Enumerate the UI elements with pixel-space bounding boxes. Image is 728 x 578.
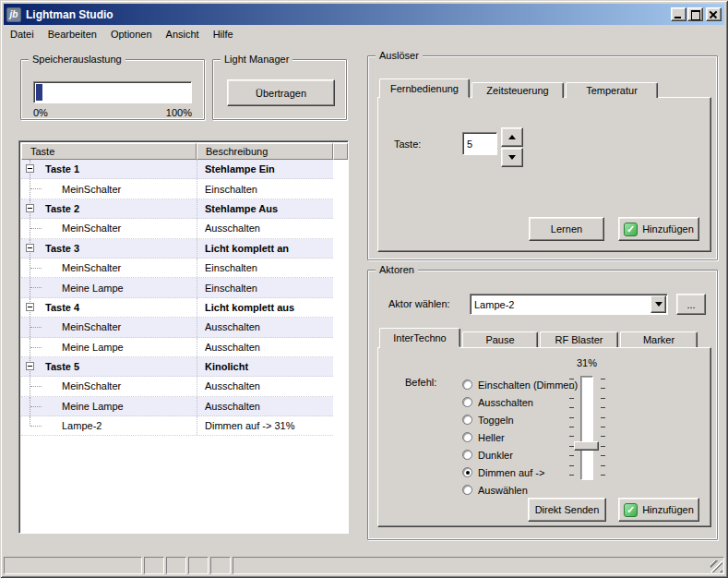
- collapse-icon[interactable]: [26, 204, 34, 212]
- tree-row[interactable]: Taste 1Stehlampe Ein: [21, 160, 333, 179]
- command-option-einschalten-dimmen[interactable]: Einschalten (Dimmen): [462, 376, 578, 393]
- menu-bearbeiten[interactable]: Bearbeiten: [42, 26, 104, 42]
- column-header-beschreibung[interactable]: Beschreibung: [197, 143, 333, 160]
- actor-browse-button[interactable]: ...: [676, 294, 706, 315]
- tree-node-label: Taste 1: [45, 163, 79, 175]
- titlebar: jb Lightman Studio: [4, 4, 724, 25]
- trigger-add-label: Hinzufügen: [642, 223, 694, 235]
- tree-row[interactable]: Taste 3Licht komplett an: [21, 239, 333, 259]
- tab-marker[interactable]: Marker: [620, 331, 698, 347]
- slider-tick: [569, 475, 574, 476]
- memory-max-label: 100%: [166, 107, 192, 118]
- radio-icon[interactable]: [462, 450, 472, 460]
- tree-node-label: Meine Lampe: [62, 283, 124, 294]
- tree-cell-name: MeinSchalter: [21, 179, 197, 198]
- status-panel: [166, 557, 186, 574]
- radio-icon[interactable]: [462, 432, 472, 442]
- status-panel: [188, 557, 209, 574]
- slider-tick: [569, 407, 574, 408]
- learn-button[interactable]: Lernen: [529, 217, 604, 241]
- menu-optionen[interactable]: Optionen: [104, 26, 160, 42]
- key-input[interactable]: [462, 132, 497, 155]
- tree-row[interactable]: MeinSchalterAusschalten: [21, 377, 333, 396]
- tab-rf-blaster[interactable]: RF Blaster: [540, 331, 618, 347]
- menu-ansicht[interactable]: Ansicht: [160, 26, 207, 42]
- key-spin-up-icon[interactable]: [501, 127, 523, 147]
- collapse-icon[interactable]: [26, 362, 34, 370]
- command-option-ausw-hlen[interactable]: Auswählen: [462, 481, 578, 499]
- command-option-dunkler[interactable]: Dunkler: [462, 446, 578, 464]
- transfer-button[interactable]: Übertragen: [227, 79, 335, 106]
- slider-tick: [601, 427, 605, 427]
- command-option-label: Dimmen auf ->: [478, 467, 544, 478]
- tree-node-label: Taste 3: [45, 243, 79, 254]
- slider-thumb[interactable]: [574, 441, 599, 451]
- maximize-icon[interactable]: [687, 7, 703, 21]
- check-icon: ✓: [624, 503, 638, 517]
- command-option-label: Toggeln: [478, 415, 514, 426]
- column-header-taste[interactable]: Taste: [21, 143, 197, 160]
- slider-tick: [569, 427, 574, 427]
- collapse-icon[interactable]: [26, 303, 34, 311]
- radio-icon[interactable]: [462, 485, 472, 495]
- menubar: DateiBearbeitenOptionenAnsichtHilfe: [4, 25, 724, 43]
- command-option-ausschalten[interactable]: Ausschalten: [462, 393, 578, 411]
- tab-pause[interactable]: Pause: [462, 331, 538, 347]
- slider-tick: [569, 436, 574, 437]
- tree-row[interactable]: Meine LampeEinschalten: [21, 278, 333, 297]
- command-option-label: Einschalten (Dimmen): [478, 379, 578, 391]
- tab-intertechno[interactable]: InterTechno: [379, 328, 460, 347]
- slider-tick: [601, 407, 605, 408]
- tab-temperatur[interactable]: Temperatur: [566, 82, 658, 98]
- memory-progress-fill: [36, 84, 42, 101]
- app-window: jb Lightman Studio DateiBearbeitenOption…: [0, 0, 728, 578]
- tree-cell-description: Ausschalten: [197, 338, 333, 356]
- tree-row[interactable]: Taste 2Stehlampe Aus: [21, 199, 333, 219]
- app-icon: jb: [6, 7, 21, 22]
- status-panel: [210, 557, 231, 574]
- tree-cell-name: MeinSchalter: [21, 318, 197, 336]
- tree-row[interactable]: MeinSchalterAusschalten: [21, 219, 333, 238]
- actors-add-button[interactable]: ✓ Hinzufügen: [618, 498, 699, 522]
- tree-row[interactable]: Taste 4Licht komplett aus: [21, 298, 333, 318]
- close-icon[interactable]: [706, 7, 722, 21]
- tree-row[interactable]: MeinSchalterAusschalten: [21, 318, 333, 337]
- radio-icon[interactable]: [462, 467, 472, 477]
- tab-zeitsteuerung[interactable]: Zeitsteuerung: [471, 82, 564, 98]
- tree-node-label: MeinSchalter: [62, 223, 121, 234]
- tree-row[interactable]: MeinSchalterEinschalten: [21, 179, 333, 199]
- tree-cell-description: Einschalten: [197, 259, 333, 277]
- memory-group-title: Speicherauslastung: [29, 54, 125, 66]
- direct-send-button[interactable]: Direkt Senden: [528, 498, 606, 522]
- key-spin-down-icon[interactable]: [501, 148, 523, 167]
- dim-slider[interactable]: [580, 376, 593, 480]
- tree-row[interactable]: Taste 5Kinolicht: [21, 357, 333, 377]
- minimize-icon[interactable]: [671, 7, 686, 21]
- tree-cell-name: Meine Lampe: [21, 397, 197, 415]
- radio-icon[interactable]: [462, 397, 472, 407]
- tree-row[interactable]: MeinSchalterEinschalten: [21, 259, 333, 278]
- tree-node-label: Taste 5: [45, 361, 79, 372]
- combobox-dropdown-icon[interactable]: [650, 295, 666, 313]
- menu-datei[interactable]: Datei: [4, 26, 42, 42]
- command-option-toggeln[interactable]: Toggeln: [462, 411, 578, 428]
- command-option-dimmen-auf[interactable]: Dimmen auf ->: [462, 464, 578, 481]
- tree-row[interactable]: Meine LampeAusschalten: [21, 397, 333, 416]
- collapse-icon[interactable]: [26, 244, 34, 252]
- actors-groupbox: Aktoren Aktor wählen: Lampe-2 ... InterT…: [367, 270, 718, 540]
- menu-hilfe[interactable]: Hilfe: [207, 26, 241, 42]
- trigger-add-button[interactable]: ✓ Hinzufügen: [618, 217, 699, 241]
- tree-cell-description: Ausschalten: [197, 397, 333, 415]
- tree-row[interactable]: Meine LampeAusschalten: [21, 338, 333, 357]
- collapse-icon[interactable]: [26, 164, 34, 173]
- tab-fernbedienung[interactable]: Fernbedienung: [379, 78, 470, 98]
- resize-grip[interactable]: [710, 560, 722, 572]
- command-option-heller[interactable]: Heller: [462, 428, 578, 446]
- radio-icon[interactable]: [462, 379, 472, 390]
- radio-icon[interactable]: [462, 415, 472, 425]
- dim-value-label: 31%: [568, 357, 605, 368]
- tree-cell-description: Ausschalten: [197, 377, 333, 395]
- check-icon: ✓: [624, 223, 638, 236]
- actor-combobox[interactable]: Lampe-2: [470, 294, 668, 315]
- tree-row[interactable]: Lampe-2Dimmen auf -> 31%: [21, 416, 333, 436]
